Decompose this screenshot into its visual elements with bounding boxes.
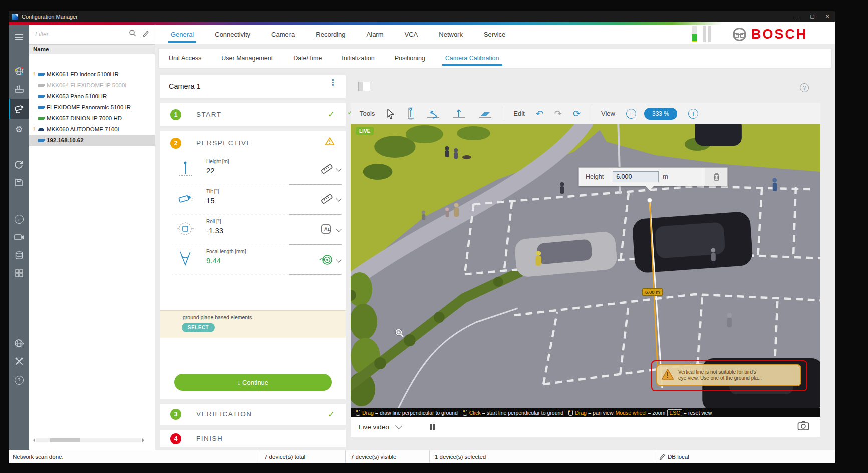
measure-ruler-icon[interactable] xyxy=(321,164,333,176)
height-value[interactable]: 22 xyxy=(206,166,215,175)
subtab-user-management[interactable]: User Management xyxy=(211,49,283,68)
tree-row-mkk053[interactable]: MKK053 Pano 5100i IR xyxy=(29,91,155,102)
video-source-label[interactable]: Live video xyxy=(359,423,389,431)
tab-network[interactable]: Network xyxy=(428,25,473,44)
auto-value-icon[interactable]: A xyxy=(321,224,333,237)
chevron-down-icon[interactable] xyxy=(336,257,341,262)
tree-row-flexidome[interactable]: FLEXIDOME Panoramic 5100 IR xyxy=(29,102,155,113)
tab-service[interactable]: Service xyxy=(473,25,516,44)
subtab-positioning[interactable]: Positioning xyxy=(385,49,435,68)
info-icon[interactable]: i xyxy=(9,211,29,228)
help-icon[interactable]: ? xyxy=(9,372,29,389)
live-badge: LIVE xyxy=(356,127,374,135)
tab-vca[interactable]: VCA xyxy=(394,25,429,44)
subtab-initialization[interactable]: Initialization xyxy=(332,49,384,68)
refresh-icon[interactable] xyxy=(9,156,29,173)
chevron-down-icon[interactable] xyxy=(336,226,341,232)
filter-input[interactable] xyxy=(29,30,129,38)
continue-section: ↓ Continue xyxy=(160,338,346,399)
roll-icon xyxy=(176,220,194,240)
tree-row-selected-ip[interactable]: 192.168.10.62 xyxy=(29,135,155,146)
instruction-bar: Drag=draw line perpendicular to ground C… xyxy=(351,408,820,417)
zoom-level-button[interactable]: 333 % xyxy=(644,108,677,120)
app-window: Configuration Manager – ▢ ✕ General Conn… xyxy=(9,11,835,463)
roll-value[interactable]: -1.33 xyxy=(206,226,223,235)
minimize-button[interactable]: – xyxy=(790,11,805,22)
auto-calibrated-target-icon[interactable] xyxy=(319,254,333,268)
tree-header[interactable]: Name xyxy=(29,44,155,54)
tilt-value[interactable]: 15 xyxy=(206,196,215,205)
video-controls-bar: Live video xyxy=(351,417,820,437)
tree-row-mkk061[interactable]: !MKK061 FD indoor 5100i IR xyxy=(29,69,155,80)
network-edit-icon[interactable] xyxy=(9,335,29,352)
focal-length-icon xyxy=(176,250,194,269)
snapshot-camera-icon[interactable] xyxy=(797,421,809,433)
measure-length-tag: 6.00 m xyxy=(642,288,663,296)
select-button[interactable]: SELECT xyxy=(182,323,215,332)
focal-length-value[interactable]: 9.44 xyxy=(206,256,221,265)
tab-camera[interactable]: Camera xyxy=(261,25,305,44)
chevron-down-icon[interactable] xyxy=(336,166,341,171)
step-finish[interactable]: 4 FINISH xyxy=(160,430,346,447)
tab-alarm[interactable]: Alarm xyxy=(356,25,394,44)
kebab-menu-icon[interactable]: ⋮ xyxy=(329,81,337,85)
video-canvas[interactable]: LIVE Height m 6.00 m xyxy=(351,124,820,408)
plane-tool-icon[interactable] xyxy=(478,108,493,120)
step-number: 1 xyxy=(170,109,181,120)
measure-ruler-icon[interactable] xyxy=(321,194,333,206)
warning-tooltip: Vertical line is not suitable for bird's… xyxy=(656,364,801,386)
pencil-icon[interactable] xyxy=(142,30,149,39)
redo-icon[interactable]: ↷ xyxy=(554,109,562,118)
zoom-in-icon[interactable]: + xyxy=(688,109,698,119)
tab-recording[interactable]: Recording xyxy=(305,25,356,44)
subtab-date-time[interactable]: Date/Time xyxy=(283,49,332,68)
menu-icon[interactable] xyxy=(9,29,29,46)
restore-button[interactable]: ▢ xyxy=(805,11,820,22)
tree-row-mkk057[interactable]: MKK057 DINION IP 7000 HD xyxy=(29,113,155,124)
warning-triangle-icon xyxy=(661,368,674,382)
settings-gear-icon[interactable]: ⚙ xyxy=(9,121,29,138)
tab-connectivity[interactable]: Connectivity xyxy=(204,25,261,44)
step-start[interactable]: 1 START ✓ xyxy=(160,103,346,126)
scroll-right-arrow-icon[interactable] xyxy=(142,438,146,442)
scroll-left-arrow-icon[interactable] xyxy=(31,438,35,442)
delete-line-button[interactable] xyxy=(705,168,727,186)
page-help-icon[interactable]: ? xyxy=(800,83,809,92)
tree-row-mkk064[interactable]: MKK064 FLEXIDOME IP 5000i xyxy=(29,80,155,91)
save-icon[interactable] xyxy=(9,174,29,191)
vertical-ground-tool-icon[interactable] xyxy=(452,108,467,120)
tree-horizontal-scrollbar[interactable] xyxy=(31,438,146,443)
device-tree-panel: Name !MKK061 FD indoor 5100i IR MKK064 F… xyxy=(29,25,155,450)
camera-page-icon[interactable] xyxy=(9,99,29,119)
video-monitor-icon[interactable] xyxy=(9,229,29,246)
network-scan-icon[interactable] xyxy=(9,63,29,80)
vertical-line-tool-icon[interactable] xyxy=(407,107,415,120)
tools-icon[interactable] xyxy=(9,353,29,370)
continue-button[interactable]: ↓ Continue xyxy=(174,374,332,391)
tree-row-mkk060[interactable]: !MKK060 AUTODOME 7100i xyxy=(29,124,155,135)
height-overlay-input[interactable] xyxy=(613,171,659,182)
subtab-camera-calibration[interactable]: Camera Calibration xyxy=(435,49,509,68)
pause-icon[interactable] xyxy=(430,424,435,430)
bosch-wordmark: BOSCH xyxy=(751,27,808,42)
close-button[interactable]: ✕ xyxy=(820,11,835,22)
camera-device-icon xyxy=(38,106,44,109)
tilt-icon xyxy=(176,190,196,209)
search-icon[interactable] xyxy=(129,29,137,39)
undo-icon[interactable]: ↶ xyxy=(536,109,543,118)
database-icon[interactable] xyxy=(9,247,29,264)
grid-view-icon[interactable] xyxy=(9,265,29,282)
chevron-down-icon[interactable] xyxy=(395,422,402,429)
subtab-unit-access[interactable]: Unit Access xyxy=(159,49,211,68)
zoom-out-icon[interactable]: − xyxy=(626,109,636,119)
tab-general[interactable]: General xyxy=(160,25,204,44)
chevron-down-icon[interactable] xyxy=(336,196,341,201)
reset-icon[interactable]: ⟳ xyxy=(573,109,581,118)
step-verification[interactable]: 3 VERIFICATION ✓ xyxy=(160,404,346,425)
status-message: Network scan done. xyxy=(13,450,64,463)
cursor-tool-icon[interactable] xyxy=(386,108,396,119)
device-list-icon[interactable] xyxy=(9,81,29,98)
panel-toggle-icon[interactable] xyxy=(358,82,370,91)
step-number: 2 xyxy=(170,138,181,149)
ground-line-tool-icon[interactable] xyxy=(426,108,441,120)
